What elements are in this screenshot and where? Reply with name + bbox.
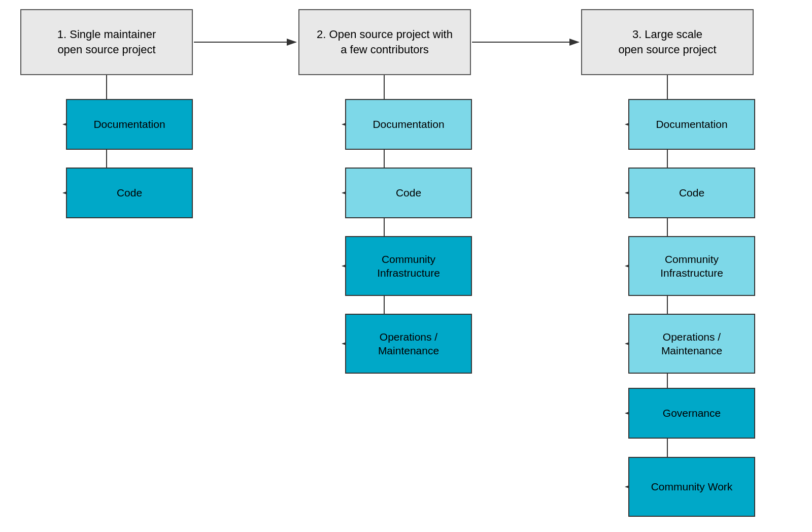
col2-item-code: Code	[345, 168, 472, 218]
col1-header: 1. Single maintainer open source project	[20, 9, 193, 75]
col3-header: 3. Large scale open source project	[581, 9, 754, 75]
col2-header: 2. Open source project with a few contri…	[298, 9, 471, 75]
col3-item-community-infrastructure: Community Infrastructure	[628, 236, 755, 296]
col3-item-community-work: Community Work	[628, 457, 755, 517]
col2-item-community-infrastructure: Community Infrastructure	[345, 236, 472, 296]
diagram-container: 1. Single maintainer open source project…	[0, 0, 812, 532]
col3-item-documentation: Documentation	[628, 99, 755, 150]
col3-item-governance: Governance	[628, 388, 755, 439]
col2-item-operations-maintenance: Operations / Maintenance	[345, 314, 472, 374]
col2-item-documentation: Documentation	[345, 99, 472, 150]
col3-item-code: Code	[628, 168, 755, 218]
col3-item-operations-maintenance: Operations / Maintenance	[628, 314, 755, 374]
col1-item-code: Code	[66, 168, 193, 218]
col1-item-documentation: Documentation	[66, 99, 193, 150]
